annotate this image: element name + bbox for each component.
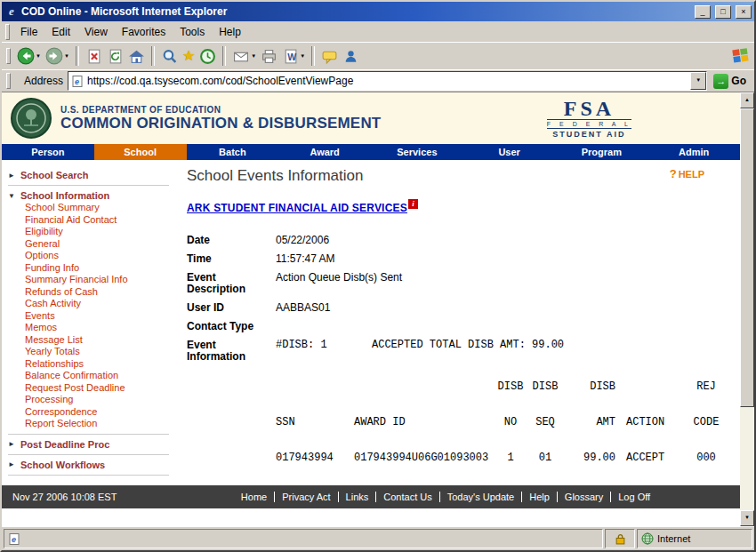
sidebar-item-events[interactable]: Events: [2, 310, 180, 323]
sidebar-item-memos[interactable]: Memos: [2, 322, 180, 334]
back-icon: [17, 47, 35, 65]
footer-link-help[interactable]: Help: [521, 492, 557, 502]
sidebar-item-summary-financial-info[interactable]: Summary Financial Info: [2, 274, 180, 286]
scroll-track[interactable]: [740, 108, 754, 510]
sidebar-item-request-post-deadline[interactable]: Request Post Deadline: [2, 382, 180, 395]
sidebar-item-options[interactable]: Options: [2, 250, 180, 262]
scroll-down-button[interactable]: ▼: [740, 510, 754, 526]
mail-button[interactable]: ▼: [230, 46, 258, 67]
history-icon: [199, 48, 216, 65]
menu-help[interactable]: Help: [212, 23, 248, 41]
sidebar-item-school-summary[interactable]: School Summary: [2, 202, 180, 214]
nav-person[interactable]: Person: [2, 144, 94, 160]
back-dropdown-icon: ▼: [36, 53, 41, 59]
menu-file[interactable]: File: [13, 23, 44, 41]
nav-batch[interactable]: Batch: [187, 144, 279, 160]
sidebar-item-general[interactable]: General: [2, 238, 180, 251]
edit-button[interactable]: W ▼: [280, 46, 307, 67]
footer-link-log-off[interactable]: Log Off: [610, 492, 657, 502]
search-button[interactable]: [159, 46, 180, 67]
header-disb: DISB: [527, 380, 564, 416]
sidebar-item-correspondence[interactable]: Correspondence: [2, 406, 180, 419]
sidebar-section-school-workflows[interactable]: ► School Workflows: [2, 459, 180, 471]
footer-link-privacy-act[interactable]: Privacy Act: [274, 492, 337, 502]
footer-links: Home Privacy Act Links Contact Us Today'…: [162, 492, 729, 502]
menu-tools[interactable]: Tools: [173, 23, 212, 41]
menu-grip[interactable]: [5, 24, 10, 40]
sidebar-section-school-information[interactable]: ▼ School Information: [2, 189, 180, 202]
stop-button[interactable]: [84, 46, 104, 67]
nav-user[interactable]: User: [463, 144, 556, 160]
toolbar-separator: [222, 46, 226, 66]
nav-award[interactable]: Award: [278, 144, 371, 160]
scroll-up-button[interactable]: ▲: [740, 92, 754, 108]
address-input[interactable]: e https://cod.qa.tsysecom.com/cod/School…: [68, 71, 707, 91]
discuss-icon: [321, 48, 338, 65]
close-button[interactable]: ×: [736, 5, 752, 19]
page-body: ► School Search ▼ School Information Sch…: [2, 160, 740, 485]
nav-services[interactable]: Services: [371, 144, 463, 160]
favorites-button[interactable]: ★: [181, 47, 197, 65]
sidebar-item-processing[interactable]: Processing: [2, 394, 180, 406]
print-button[interactable]: [259, 46, 279, 67]
globe-icon: [641, 532, 654, 545]
web-page: U.S. DEPARTMENT OF EDUCATION COMMON ORIG…: [2, 92, 740, 526]
go-button[interactable]: → Go: [712, 74, 752, 89]
sidebar-item-funding-info[interactable]: Funding Info: [2, 262, 180, 275]
sidebar-section-school-search[interactable]: ► School Search: [2, 169, 180, 181]
forward-button[interactable]: ▼: [44, 45, 71, 67]
field-value-time: 11:57:47 AM: [276, 253, 731, 265]
section-label: School Information: [20, 190, 109, 201]
discuss-button[interactable]: [319, 46, 340, 67]
sidebar-item-yearly-totals[interactable]: Yearly Totals: [2, 346, 180, 358]
sidebar-item-balance-confirmation[interactable]: Balance Confirmation: [2, 370, 180, 382]
home-button[interactable]: [126, 46, 147, 67]
sidebar-item-financial-aid-contact[interactable]: Financial Aid Contact: [2, 214, 180, 227]
sidebar-item-relationships[interactable]: Relationships: [2, 358, 180, 371]
messenger-button[interactable]: [341, 46, 361, 67]
field-label-event-information: Event Information: [187, 340, 276, 363]
lock-icon: [615, 533, 626, 545]
page-footer: Nov 27 2006 10:08 EST Home Privacy Act L…: [2, 485, 740, 508]
nav-program[interactable]: Program: [556, 144, 648, 160]
minimize-button[interactable]: _: [695, 5, 711, 19]
sidebar-item-cash-activity[interactable]: Cash Activity: [2, 298, 180, 310]
toolbar-grip[interactable]: [6, 48, 11, 64]
scroll-thumb[interactable]: [740, 108, 754, 407]
toolbar-separator: [151, 46, 155, 66]
field-value-user-id: AABBAS01: [276, 302, 731, 314]
menu-edit[interactable]: Edit: [44, 23, 77, 41]
footer-link-glossary[interactable]: Glossary: [557, 492, 610, 502]
history-button[interactable]: [197, 46, 218, 67]
mail-icon: [232, 48, 250, 65]
footer-link-todays-update[interactable]: Today's Update: [439, 492, 521, 502]
event-fields: Date 05/22/2006 Time 11:57:47 AM Event D…: [187, 235, 731, 363]
sidebar-section-post-deadline-proc[interactable]: ► Post Deadline Proc: [2, 438, 180, 451]
sidebar-item-message-list[interactable]: Message List: [2, 334, 180, 347]
maximize-button[interactable]: □: [715, 5, 731, 19]
nav-school[interactable]: School: [94, 144, 187, 160]
sidebar-item-refunds-of-cash[interactable]: Refunds of Cash: [2, 286, 180, 299]
sidebar-item-report-selection[interactable]: Report Selection: [2, 418, 180, 430]
school-name-link[interactable]: ARK STUDENT FINANCIAL AID SERVICES: [187, 202, 407, 214]
window-title: COD Online - Microsoft Internet Explorer: [21, 5, 690, 18]
toolbar-separator: [76, 46, 79, 66]
address-dropdown-button[interactable]: ▼: [690, 72, 706, 90]
help-link[interactable]: ? HELP: [670, 167, 704, 180]
address-grip[interactable]: [6, 73, 11, 89]
menu-view[interactable]: View: [77, 23, 115, 41]
info-icon[interactable]: i: [408, 199, 418, 209]
header-rej: REJ: [685, 380, 728, 416]
sidebar-divider: [8, 185, 169, 186]
footer-link-links[interactable]: Links: [338, 492, 376, 502]
nav-admin[interactable]: Admin: [647, 144, 740, 160]
footer-link-contact-us[interactable]: Contact Us: [375, 492, 438, 502]
sidebar-item-eligibility[interactable]: Eligibility: [2, 226, 180, 238]
refresh-button[interactable]: [105, 46, 125, 67]
footer-link-home[interactable]: Home: [234, 492, 274, 502]
menu-favorites[interactable]: Favorites: [115, 23, 173, 41]
messenger-icon: [342, 48, 359, 65]
vertical-scrollbar[interactable]: ▲ ▼: [740, 92, 754, 526]
back-button[interactable]: ▼: [15, 45, 43, 67]
site-title: COMMON ORIGINATION & DISBURSEMENT: [60, 115, 381, 132]
